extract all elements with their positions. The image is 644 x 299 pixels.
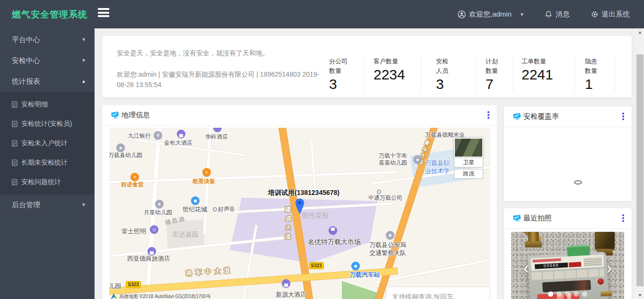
carousel-prev-button[interactable]: ‹ — [523, 261, 529, 275]
sidebar-item-statistics-reports[interactable]: 统计报表 ▲ — [0, 71, 95, 92]
logout-label: 退出系统 — [601, 10, 630, 19]
poi-label: 中通万载公司 — [368, 194, 402, 202]
stat-label: 分公司数量 — [329, 57, 350, 76]
map-canvas[interactable]: 建成大道 康乐大道 将军中大道 德胜路 S323 S323 ¥ ▄ ● × × … — [109, 128, 490, 299]
restaurant-icon: × — [131, 173, 139, 181]
card-options-menu-icon[interactable] — [622, 214, 624, 223]
photo-pipe — [595, 232, 615, 251]
sidebar-item-platform-center[interactable]: 平台中心 ▼ — [0, 29, 95, 50]
scroll-up-arrow[interactable]: ▲ — [636, 28, 644, 36]
empty-chart-placeholder — [574, 180, 582, 185]
photo-panel — [531, 269, 605, 280]
marker-label: 培训试用(13812345678) — [268, 189, 339, 197]
submenu-item-inspection-stats-by-inspector[interactable]: 安检统计(安检员) — [0, 114, 95, 133]
chart-board-icon — [512, 112, 522, 122]
card-options-menu-icon[interactable] — [622, 113, 624, 121]
traffic-button[interactable]: 路况 — [454, 169, 483, 179]
poi-label: 幼儿园 — [109, 282, 121, 290]
photo-pipe-nut — [525, 241, 542, 247]
stat-value: 3 — [329, 76, 364, 93]
sidebar-item-label: 后台管理 — [12, 201, 40, 209]
recent-photo-slide[interactable]: 00588 ‹ › — [511, 232, 624, 299]
card-title: 最近拍照 — [523, 214, 552, 223]
carousel-dot[interactable] — [565, 291, 570, 297]
poi-label: 万载县公安局交通警察大队 — [369, 241, 411, 257]
document-icon — [12, 179, 17, 185]
map-search-input[interactable] — [392, 293, 484, 299]
police-star-icon: ★ — [386, 231, 394, 239]
sidebar-item-inspection-center[interactable]: 安检中心 ▼ — [0, 50, 95, 71]
satellite-thumbnail[interactable] — [454, 138, 483, 158]
stat-inspector-count: 安检人员 3 — [436, 55, 476, 92]
photo-label-redline — [532, 258, 561, 263]
poi-label: 金乾大酒店 — [164, 139, 192, 147]
stat-plan-count: 计划数量 7 — [486, 55, 513, 92]
chevron-down-icon: ▼ — [520, 12, 524, 17]
chevron-down-icon: ▼ — [81, 194, 86, 215]
recent-photos-card: 最近拍照 00588 — [504, 208, 632, 299]
map-search-box — [386, 287, 490, 299]
card-title: 安检覆盖率 — [523, 112, 559, 121]
hamburger-menu-icon[interactable] — [98, 8, 110, 20]
map-pin-icon[interactable] — [296, 199, 304, 214]
restaurant-icon: × — [202, 168, 211, 176]
photo-fineprint — [583, 257, 602, 266]
carousel-next-button[interactable]: › — [606, 261, 612, 275]
poi-label: 名优特万载大市场 — [308, 238, 361, 246]
building-icon: ■ — [191, 196, 200, 205]
submenu-item-problem-stats[interactable]: 安检问题统计 — [0, 172, 95, 192]
main-content: 安全是天，安全是地，没有安全，就没有了天和地。 欢迎您:admin | 安徽安瑞… — [95, 28, 636, 299]
map-street — [109, 171, 398, 184]
geographic-info-card: 地理信息 建成大道 康乐大道 — [102, 105, 497, 299]
stat-label: 工单数量 — [522, 57, 574, 66]
app-title: 燃气安全管理系统 — [12, 9, 87, 21]
page-scrollbar[interactable]: ▲ ▼ — [636, 28, 644, 299]
carousel-dot[interactable] — [548, 291, 553, 297]
messages-button[interactable]: 消息 — [545, 0, 570, 28]
statistics-submenu: 安检明细 安检统计(安检员) 安检未入户统计 长期未安检统计 安检问题统计 — [0, 92, 95, 194]
chart-board-icon — [110, 110, 120, 120]
carousel-dot[interactable] — [557, 291, 562, 297]
poi-label: 九江银行 — [128, 132, 151, 140]
stat-label: 隐患数量 — [585, 57, 599, 76]
hotel-icon: ▄ — [282, 279, 290, 288]
area-label: 宏达嘉园 — [172, 230, 199, 239]
card-options-menu-icon[interactable] — [487, 111, 489, 120]
sidebar-item-backend-management[interactable]: 后台管理 ▼ — [0, 194, 95, 215]
kindergarten-icon: ● — [116, 143, 125, 152]
poi-label: 好声音 — [218, 205, 235, 213]
logout-button[interactable]: 退出系统 — [591, 0, 630, 28]
submenu-item-long-term-uninspected[interactable]: 长期未安检统计 — [0, 153, 95, 172]
chart-board-icon — [512, 213, 522, 223]
sidebar-item-label: 统计报表 — [12, 77, 40, 85]
kindergarten-icon: ● — [413, 155, 422, 164]
stat-value: 2241 — [522, 66, 574, 83]
satellite-button[interactable]: 卫星 — [454, 158, 483, 167]
hotel-icon — [213, 128, 222, 132]
photo-green-sticker — [567, 245, 590, 256]
scrollbar-thumb[interactable] — [636, 54, 644, 286]
chevron-down-icon: ▼ — [81, 50, 86, 71]
submenu-item-label: 安检未入户统计 — [21, 139, 68, 148]
poi-label: 世纪花城 — [183, 205, 207, 214]
stat-value: 3 — [436, 76, 475, 93]
submenu-item-not-entered-stats[interactable]: 安检未入户统计 — [0, 133, 95, 153]
carousel-dot[interactable] — [582, 291, 587, 297]
map-layer-control: 卫星 路况 — [454, 138, 483, 179]
gear-icon — [591, 11, 598, 18]
stat-value: 7 — [486, 76, 513, 93]
sidebar-nav: 平台中心 ▼ 安检中心 ▼ 统计报表 ▲ 安检明细 安检统计(安检员) 安检未入… — [0, 28, 95, 299]
submenu-item-label: 长期未安检统计 — [21, 158, 68, 167]
carousel-dots — [511, 291, 624, 297]
poi-dot-icon — [213, 207, 217, 211]
user-menu[interactable]: 欢迎您,admin ▼ — [458, 0, 524, 28]
scroll-down-arrow[interactable]: ▼ — [636, 291, 644, 299]
submenu-item-inspection-detail[interactable]: 安检明细 — [0, 95, 95, 114]
carousel-dot[interactable] — [574, 291, 579, 297]
stat-label: 计划数量 — [486, 57, 500, 76]
poi-label: 万载县职业技术学 — [425, 159, 452, 175]
photo-counter: 00588 — [535, 263, 568, 269]
stat-value: 2234 — [374, 66, 420, 83]
poi-label: 月星幼儿园 — [144, 209, 172, 217]
submenu-item-label: 安检问题统计 — [21, 178, 61, 186]
